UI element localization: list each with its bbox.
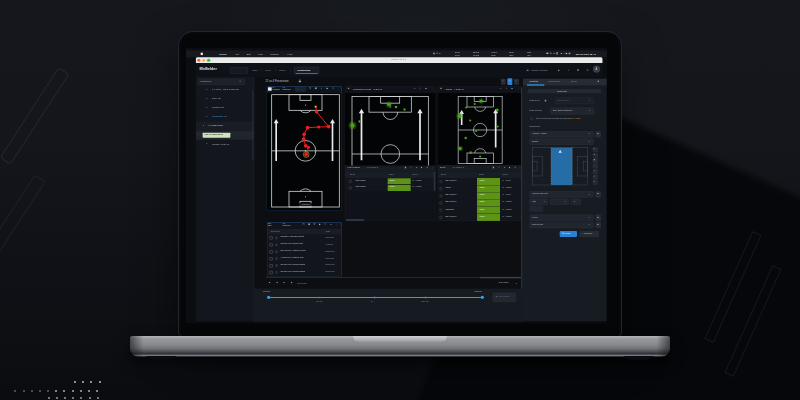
svg-text:Attacking: Attacking bbox=[301, 203, 311, 205]
